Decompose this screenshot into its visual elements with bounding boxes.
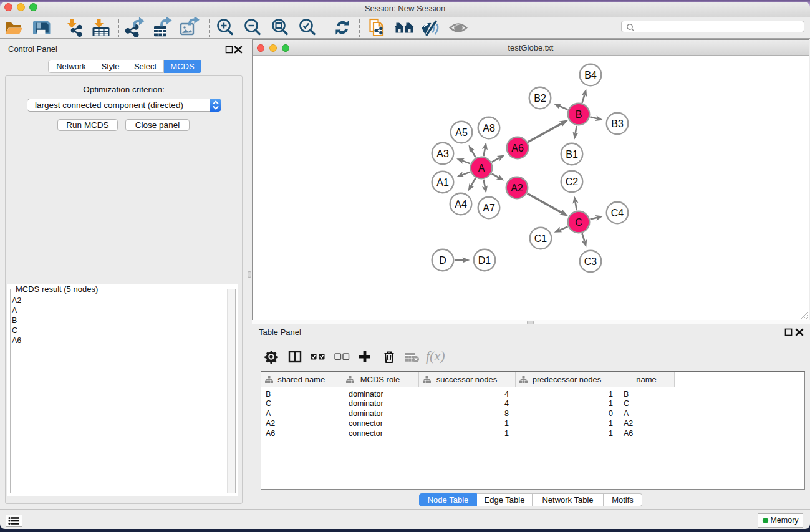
svg-text:A8: A8 xyxy=(483,123,495,133)
svg-text:D: D xyxy=(439,255,446,266)
svg-text:B1: B1 xyxy=(566,149,578,160)
svg-text:C: C xyxy=(575,217,582,228)
svg-text:D1: D1 xyxy=(478,255,491,266)
svg-text:C2: C2 xyxy=(566,177,579,187)
svg-text:C1: C1 xyxy=(534,233,547,244)
svg-text:B3: B3 xyxy=(611,118,624,129)
svg-text:A2: A2 xyxy=(511,183,523,193)
svg-text:A4: A4 xyxy=(455,199,467,210)
svg-text:A1: A1 xyxy=(436,177,449,188)
svg-text:A: A xyxy=(478,163,485,173)
svg-text:B: B xyxy=(576,109,582,120)
svg-text:A7: A7 xyxy=(483,203,495,213)
svg-text:B2: B2 xyxy=(534,93,546,104)
svg-text:C4: C4 xyxy=(611,208,624,218)
svg-text:A6: A6 xyxy=(511,143,524,153)
svg-text:A5: A5 xyxy=(455,127,468,138)
svg-text:C3: C3 xyxy=(584,256,597,267)
svg-text:A3: A3 xyxy=(436,148,449,159)
svg-text:B4: B4 xyxy=(584,70,597,80)
